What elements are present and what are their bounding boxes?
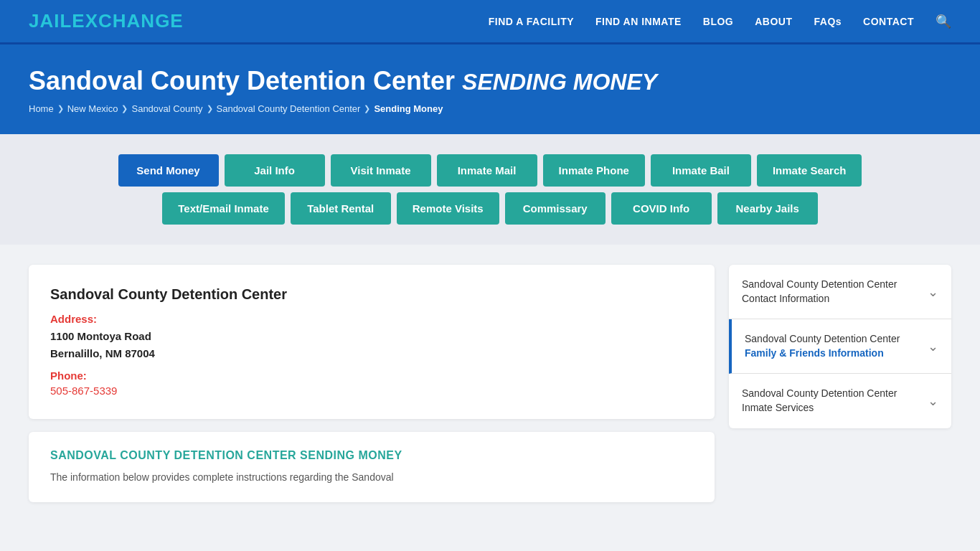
tab-covid-info[interactable]: COVID Info <box>611 192 712 225</box>
tab-tablet-rental[interactable]: Tablet Rental <box>291 192 391 225</box>
sidebar-item-inmate-services[interactable]: Sandoval County Detention Center Inmate … <box>729 374 951 428</box>
breadcrumb: Home ❯ New Mexico ❯ Sandoval County ❯ Sa… <box>29 103 951 114</box>
chevron-down-icon: ⌄ <box>928 339 938 354</box>
section-card: SANDOVAL COUNTY DETENTION CENTER SENDING… <box>29 432 715 502</box>
breadcrumb-facility[interactable]: Sandoval County Detention Center <box>217 103 361 114</box>
chevron-icon: ❯ <box>57 104 64 113</box>
facility-name: Sandoval County Detention Center <box>29 66 455 95</box>
chevron-icon: ❯ <box>121 104 128 113</box>
address-label: Address: <box>50 313 693 325</box>
tabs-row-1: Send Money Jail Info Visit Inmate Inmate… <box>29 154 951 187</box>
main-nav: FIND A FACILITY FIND AN INMATE BLOG ABOU… <box>489 14 951 29</box>
logo-part1: JAIL <box>29 10 72 32</box>
breadcrumb-current: Sending Money <box>374 103 443 114</box>
phone-label: Phone: <box>50 369 693 382</box>
nav-find-inmate[interactable]: FIND AN INMATE <box>595 16 682 27</box>
chevron-icon: ❯ <box>364 104 370 113</box>
tab-text-email[interactable]: Text/Email Inmate <box>162 192 284 225</box>
tab-inmate-bail[interactable]: Inmate Bail <box>651 154 751 187</box>
section-title: SANDOVAL COUNTY DETENTION CENTER SENDING… <box>50 449 693 462</box>
header: JAILEXCHANGE FIND A FACILITY FIND AN INM… <box>0 0 980 44</box>
tabs-row-2: Text/Email Inmate Tablet Rental Remote V… <box>29 192 951 225</box>
info-card: Sandoval County Detention Center Address… <box>29 265 715 419</box>
tab-send-money[interactable]: Send Money <box>118 154 219 187</box>
left-panel: Sandoval County Detention Center Address… <box>29 265 715 502</box>
search-icon[interactable]: 🔍 <box>936 14 951 29</box>
tab-nearby-jails[interactable]: Nearby Jails <box>717 192 818 225</box>
page-title: Sandoval County Detention Center SENDING… <box>29 66 951 96</box>
section-body: The information below provides complete … <box>50 469 693 485</box>
breadcrumb-home[interactable]: Home <box>29 103 54 114</box>
logo[interactable]: JAILEXCHANGE <box>29 10 184 32</box>
sidebar-item-contact[interactable]: Sandoval County Detention Center Contact… <box>729 265 951 319</box>
sidebar-item-inmate-services-text: Sandoval County Detention Center Inmate … <box>742 387 897 415</box>
chevron-icon: ❯ <box>207 104 213 113</box>
phone-link[interactable]: 505-867-5339 <box>50 385 117 397</box>
breadcrumb-county[interactable]: Sandoval County <box>131 103 202 114</box>
nav-contact[interactable]: CONTACT <box>863 16 914 27</box>
right-sidebar: Sandoval County Detention Center Contact… <box>729 265 951 502</box>
tab-visit-inmate[interactable]: Visit Inmate <box>331 154 431 187</box>
nav-about[interactable]: ABOUT <box>755 16 792 27</box>
logo-part2-accent: EXCHANGE <box>72 10 183 32</box>
nav-faqs[interactable]: FAQs <box>814 16 842 27</box>
page-subtitle: SENDING MONEY <box>462 69 657 95</box>
tab-remote-visits[interactable]: Remote Visits <box>397 192 499 225</box>
chevron-down-icon: ⌄ <box>928 393 938 409</box>
tab-jail-info[interactable]: Jail Info <box>225 154 325 187</box>
hero-section: Sandoval County Detention Center SENDING… <box>0 44 980 134</box>
tab-inmate-mail[interactable]: Inmate Mail <box>437 154 537 187</box>
sidebar-card: Sandoval County Detention Center Contact… <box>729 265 951 428</box>
sidebar-item-contact-text: Sandoval County Detention Center Contact… <box>742 278 897 306</box>
tab-commissary[interactable]: Commissary <box>505 192 606 225</box>
tab-inmate-search[interactable]: Inmate Search <box>757 154 862 187</box>
sidebar-item-family[interactable]: Sandoval County Detention Center Family … <box>729 319 951 374</box>
address-line2: Bernalillo, NM 87004 <box>50 347 155 359</box>
tab-inmate-phone[interactable]: Inmate Phone <box>543 154 645 187</box>
address-line1: 1100 Montoya Road <box>50 330 151 342</box>
breadcrumb-state[interactable]: New Mexico <box>67 103 118 114</box>
tabs-section: Send Money Jail Info Visit Inmate Inmate… <box>0 134 980 245</box>
nav-find-facility[interactable]: FIND A FACILITY <box>489 16 574 27</box>
address-block: 1100 Montoya Road Bernalillo, NM 87004 <box>50 328 693 362</box>
main-content: Sandoval County Detention Center Address… <box>0 245 980 522</box>
facility-card-title: Sandoval County Detention Center <box>50 286 693 303</box>
nav-blog[interactable]: BLOG <box>703 16 733 27</box>
sidebar-item-family-text: Sandoval County Detention Center Family … <box>745 332 900 360</box>
chevron-down-icon: ⌄ <box>928 284 938 300</box>
